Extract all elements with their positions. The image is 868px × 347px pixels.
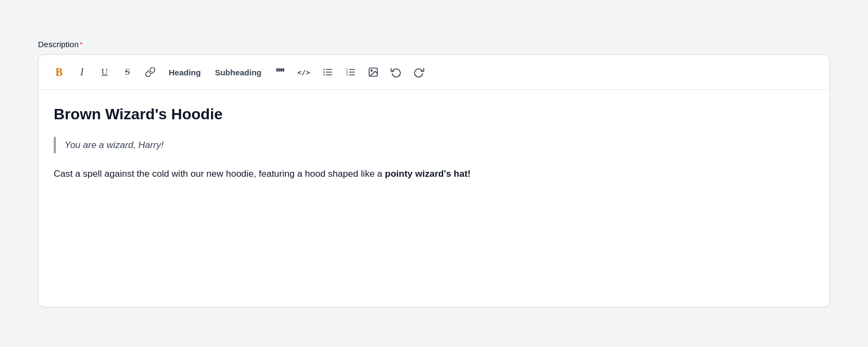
bullet-list-button[interactable] xyxy=(318,62,337,82)
bullet-list-icon xyxy=(322,67,333,78)
body-text-bold: pointy wizard's hat! xyxy=(385,169,471,179)
blockquote-text: You are a wizard, Harry! xyxy=(65,137,163,153)
redo-icon xyxy=(413,67,424,78)
toolbar: B I U S Heading Subheading xyxy=(39,55,829,90)
editor-wrapper: Description* B I U S Hea xyxy=(38,40,830,307)
svg-text:3.: 3. xyxy=(346,73,348,76)
editor-content[interactable]: Brown Wizard's Hoodie You are a wizard, … xyxy=(39,90,829,307)
link-icon xyxy=(145,67,156,78)
quote-icon: " " xyxy=(275,67,285,78)
ordered-list-icon: 1. 2. 3. xyxy=(345,67,356,78)
svg-text:": " xyxy=(279,67,285,78)
quote-button[interactable]: " " xyxy=(270,62,290,82)
svg-point-6 xyxy=(323,72,325,73)
image-icon xyxy=(368,67,379,78)
body-text-before: Cast a spell against the cold with our n… xyxy=(54,169,385,179)
blockquote: You are a wizard, Harry! xyxy=(54,137,814,153)
image-button[interactable] xyxy=(363,62,383,82)
svg-point-15 xyxy=(371,70,372,72)
svg-point-7 xyxy=(323,74,325,76)
blockquote-bar xyxy=(54,137,56,153)
field-label: Description* xyxy=(38,40,830,49)
code-icon: </> xyxy=(297,68,310,76)
undo-icon xyxy=(391,67,401,78)
heading-button[interactable]: Heading xyxy=(163,62,206,82)
required-indicator: * xyxy=(80,40,82,49)
italic-button[interactable]: I xyxy=(72,62,92,82)
strikethrough-button[interactable]: S xyxy=(118,62,137,82)
svg-point-5 xyxy=(323,69,325,70)
label-text: Description xyxy=(38,40,79,49)
undo-button[interactable] xyxy=(386,62,406,82)
code-button[interactable]: </> xyxy=(293,62,314,82)
content-heading: Brown Wizard's Hoodie xyxy=(54,105,814,124)
ordered-list-button[interactable]: 1. 2. 3. xyxy=(341,62,360,82)
rich-text-editor[interactable]: B I U S Heading Subheading xyxy=(38,54,830,307)
link-button[interactable] xyxy=(141,62,160,82)
redo-button[interactable] xyxy=(409,62,429,82)
subheading-button[interactable]: Subheading xyxy=(209,62,267,82)
underline-button[interactable]: U xyxy=(95,62,114,82)
bold-button[interactable]: B xyxy=(49,62,69,82)
body-paragraph: Cast a spell against the cold with our n… xyxy=(54,166,814,181)
